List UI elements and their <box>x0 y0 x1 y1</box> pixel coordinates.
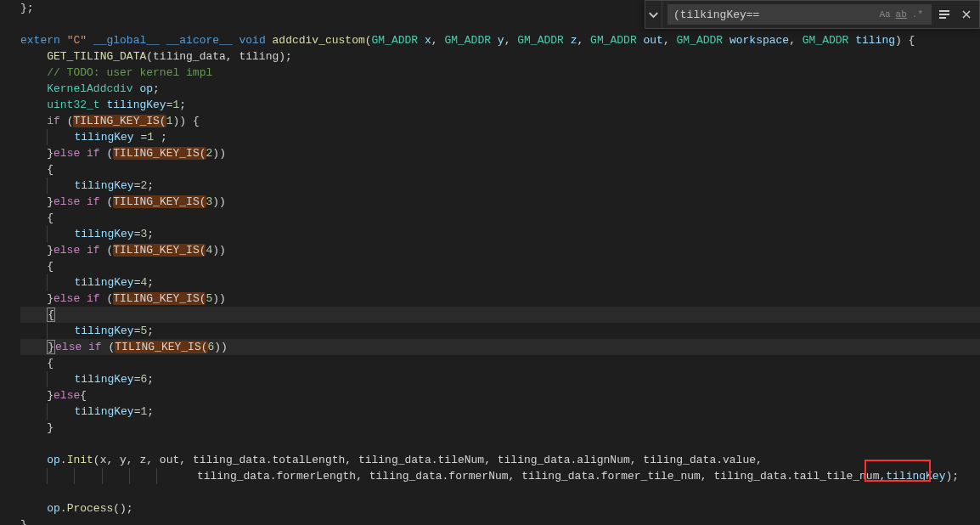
svg-rect-2 <box>939 17 946 19</box>
find-widget: Aa ab .* <box>645 0 980 29</box>
type: GM_ADDR <box>372 34 419 47</box>
svg-rect-0 <box>939 10 949 12</box>
highlighted-text: TILING_KEY_IS( <box>113 292 206 305</box>
close-icon <box>960 8 973 21</box>
find-replace-toggle[interactable] <box>645 1 662 28</box>
highlighted-text: TILING_KEY_IS( <box>113 147 206 160</box>
find-input[interactable] <box>673 8 876 21</box>
keyword: void <box>239 34 266 47</box>
keyword: __aicore__ <box>166 34 233 47</box>
match-whole-word-button[interactable]: ab <box>893 9 910 20</box>
macro-call: GET_TILING_DATA <box>47 50 146 63</box>
regex-button[interactable]: .* <box>910 9 926 20</box>
keyword: if <box>47 115 60 127</box>
find-input-wrapper: Aa ab .* <box>667 4 932 25</box>
highlighted-text: TILING_KEY_IS( <box>113 244 206 257</box>
chevron-down-icon <box>645 7 662 23</box>
svg-rect-1 <box>939 14 949 15</box>
highlighted-text: TILING_KEY_IS( <box>73 115 166 127</box>
keyword: extern <box>20 34 60 47</box>
code-editor[interactable]: }; extern "C" __global__ __aicore__ void… <box>0 0 980 525</box>
keyword: __global__ <box>93 34 160 47</box>
code-text: }; <box>20 2 34 14</box>
highlighted-text: TILING_KEY_IS( <box>115 341 207 353</box>
highlighted-text: TILING_KEY_IS( <box>113 195 206 208</box>
comment: // TODO: user kernel impl <box>47 66 212 79</box>
function-name: addcdiv_custom <box>273 34 365 47</box>
in-selection-button[interactable] <box>935 5 954 24</box>
type: KernelAddcdiv <box>47 82 132 95</box>
string: "C" <box>67 34 87 47</box>
close-find-button[interactable] <box>957 5 976 24</box>
type: uint32_t <box>47 99 99 111</box>
match-case-button[interactable]: Aa <box>876 9 893 20</box>
